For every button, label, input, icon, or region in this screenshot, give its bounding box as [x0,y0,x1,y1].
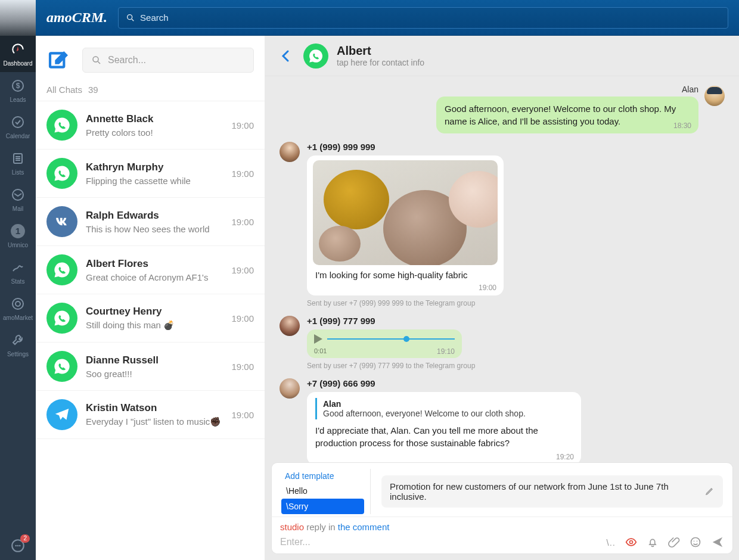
chat-time: 19:00 [231,120,254,130]
svg-point-16 [630,541,633,544]
template-item[interactable]: \Hello [281,483,364,499]
nav-amomarket[interactable]: amoMarket [0,290,36,326]
chat-name: Annette Black [86,113,223,125]
avatar [280,142,300,162]
template-panel: Add template \Hello\Sorry Promotion for … [271,462,733,517]
header-search-input[interactable] [140,13,721,23]
smile-icon [690,536,701,548]
chevron-left-icon [279,49,293,63]
nav-label: Dashboard [4,60,33,67]
composer: studio reply in the comment \.. [271,517,733,554]
chat-time: 19:00 [231,265,254,275]
nav-mail[interactable]: Mail [0,181,36,217]
message-meta: Sent by user +7 (999) 999 999 to the Tel… [307,299,725,307]
attach-button[interactable] [668,536,680,548]
whatsapp-icon [303,43,328,69]
chat-item[interactable]: Dianne RussellSoo great!!!19:00 [36,343,265,391]
notification-toggle[interactable] [647,536,659,548]
message-text: Good afternoon, everyone! Welcome to our… [445,102,690,127]
reply-context-mid: reply in [304,522,338,532]
nav-lists[interactable]: Lists [0,145,36,181]
template-item[interactable]: \Sorry [281,499,364,514]
visibility-toggle[interactable] [625,536,637,548]
nav-stats[interactable]: Stats [0,254,36,290]
audio-track[interactable] [327,334,455,344]
slash-command-hint[interactable]: \.. [606,537,616,547]
chat-preview: Flipping the cassette while [86,176,223,186]
incoming-message: +1 (999) 777 999 0:01 19:10 [280,316,725,358]
chat-time: 19:00 [231,169,254,179]
message-text: I'd appreciate that, Alan. Can you tell … [315,424,573,449]
app-logo: amoCRM. [46,10,107,26]
chat-preview: Everyday I "just" listen to music✊🏿 [86,416,223,427]
nav-dashboard[interactable]: Dashboard [0,36,36,72]
back-button[interactable] [277,47,295,65]
message-meta: Sent by user +7 (999) 777 999 to the Tel… [307,362,725,370]
composer-input[interactable] [280,537,599,547]
whatsapp-icon [46,110,77,141]
chat-item[interactable]: Kathryn MurphyFlipping the cassette whil… [36,150,265,198]
nav-settings[interactable]: Settings [0,326,36,363]
search-icon [126,13,135,23]
conversation-title: Albert [337,44,424,58]
chat-item[interactable]: Annette BlackPretty colors too!19:00 [36,101,265,150]
nav-calendar[interactable]: Calendar [0,108,36,145]
chat-item[interactable]: Courtney HenryStill doing this man 💣19:0… [36,294,265,343]
all-chats-label: All Chats [46,85,82,95]
bell-icon [647,536,659,548]
svg-point-15 [93,57,98,62]
nav-chat-bubble[interactable]: 2 [0,532,36,560]
all-chats-tab[interactable]: All Chats 39 [36,85,265,101]
nav-umnico[interactable]: 1 Umnico [0,217,36,254]
svg-point-12 [19,545,21,547]
svg-point-2 [13,117,23,127]
chat-item[interactable]: Ralph EdwardsThis is how Neo sees the wo… [36,198,265,246]
add-template-link[interactable]: Add template [281,469,364,483]
chat-item[interactable]: Kristin WatsonEveryday I "just" listen t… [36,391,265,439]
nav-leads[interactable]: $ Leads [0,72,36,108]
reply-context-studio: studio [280,522,304,532]
whatsapp-icon [46,158,77,189]
quoted-message: Alan Good afternoon, everyone! Welcome t… [315,398,573,419]
eye-icon [625,536,637,548]
search-icon [91,55,102,66]
reply-context-link[interactable]: the comment [338,522,390,532]
sender-name: +1 (999) 999 999 [307,142,725,152]
svg-point-17 [691,538,700,547]
compose-button[interactable] [46,48,72,73]
all-chats-count: 39 [88,85,98,95]
chat-name: Kathryn Murphy [86,161,223,173]
svg-point-19 [697,541,698,542]
conversation-title-block[interactable]: Albert tap here for contact info [337,44,424,67]
whatsapp-icon [46,351,77,382]
chat-list-search[interactable] [82,48,254,73]
emoji-button[interactable] [690,536,701,548]
conversation-panel: Albert tap here for contact info Alan Go… [265,36,739,560]
send-button[interactable] [711,536,724,549]
whatsapp-icon [46,254,77,285]
message-time: 18:30 [673,122,691,130]
edit-template-button[interactable] [705,486,715,497]
chat-item[interactable]: Albert FloresGreat choice of Acronym AF1… [36,246,265,294]
chat-search-input[interactable] [108,55,245,66]
list-icon [10,150,26,167]
nav-user-avatar[interactable] [0,0,36,36]
svg-point-10 [15,545,17,547]
image-attachment[interactable] [313,160,498,265]
play-button[interactable] [314,334,322,344]
template-list: Add template \Hello\Sorry [281,469,371,514]
left-nav: Dashboard $ Leads Calendar Lists Mail 1 … [0,0,36,560]
template-preview: Promotion for new customers of our netwo… [381,469,723,514]
send-icon [711,536,724,549]
message-bubble: Alan Good afternoon, everyone! Welcome t… [307,392,581,462]
mail-icon [10,186,26,203]
svg-point-11 [17,545,19,547]
stats-icon [10,259,26,276]
paperclip-icon [668,536,680,548]
avatar [704,86,725,106]
conversation-header: Albert tap here for contact info [265,36,739,76]
header-search[interactable] [118,7,728,29]
messages-scroll[interactable]: Alan Good afternoon, everyone! Welcome t… [265,76,739,462]
nav-label: Lists [12,169,24,176]
svg-text:1: 1 [15,226,20,236]
